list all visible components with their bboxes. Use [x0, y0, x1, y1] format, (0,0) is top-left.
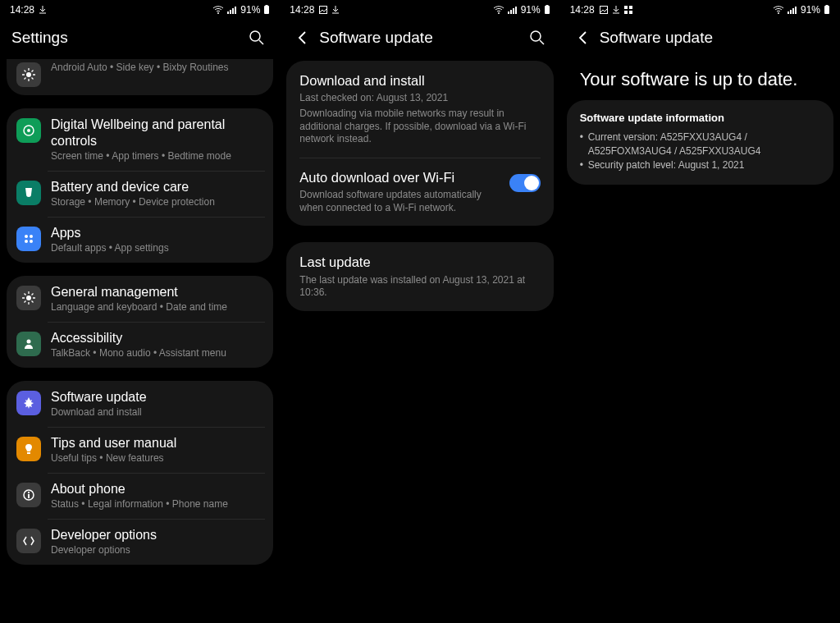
row-subtitle: Downloading via mobile networks may resu… — [299, 108, 540, 146]
status-time: 14:28 — [570, 4, 595, 16]
search-button[interactable] — [245, 26, 268, 49]
settings-row-tips[interactable]: Tips and user manualUseful tips • New fe… — [7, 427, 273, 473]
svg-line-8 — [259, 40, 263, 44]
accessibility-icon — [16, 332, 41, 356]
row-subtitle: Storage • Memory • Device protection — [51, 196, 263, 208]
row-subtitle: Default apps • App settings — [51, 242, 263, 254]
download-and-install-row[interactable]: Download and install Last checked on: Au… — [286, 61, 553, 158]
chevron-left-icon — [295, 30, 310, 45]
auto-download-row[interactable]: Auto download over Wi-Fi Download softwa… — [286, 158, 553, 227]
row-title: About phone — [51, 481, 263, 497]
row-title: Last update — [299, 254, 540, 271]
row-subtitle: Useful tips • New features — [51, 452, 263, 465]
status-battery-pct: 91% — [801, 4, 820, 16]
row-subtitle: TalkBack • Mono audio • Assistant menu — [51, 347, 263, 360]
grid-indicator-icon — [624, 6, 632, 14]
search-icon — [529, 30, 546, 46]
svg-point-30 — [531, 31, 541, 41]
svg-point-15 — [30, 240, 33, 243]
tips-icon — [16, 437, 41, 461]
row-title: Accessibility — [51, 330, 263, 346]
svg-rect-34 — [629, 6, 632, 9]
software-update-icon — [16, 391, 41, 415]
settings-row-developer-options[interactable]: Developer optionsDeveloper options — [7, 519, 273, 565]
settings-group: Digital Wellbeing and parental controlsS… — [7, 108, 273, 263]
search-button[interactable] — [526, 26, 549, 49]
status-battery-pct: 91% — [240, 4, 260, 16]
svg-rect-6 — [266, 5, 268, 7]
row-subtitle: Android Auto • Side key • Bixby Routines — [51, 62, 263, 74]
image-indicator-icon — [319, 6, 327, 14]
settings-group: Advanced featuresAndroid Auto • Side key… — [7, 59, 273, 95]
settings-row-digital-wellbeing[interactable]: Digital Wellbeing and parental controlsS… — [7, 108, 273, 171]
settings-row-about-phone[interactable]: About phoneStatus • Legal information • … — [7, 473, 273, 519]
software-update-header: Software update — [280, 20, 559, 56]
status-bar: 14:28 91% — [280, 0, 559, 20]
row-subtitle: Status • Legal information • Phone name — [51, 498, 263, 511]
svg-point-23 — [498, 12, 500, 14]
signal-icon — [508, 6, 518, 14]
svg-rect-2 — [230, 10, 231, 14]
row-subtitle: Developer options — [51, 544, 263, 557]
row-title: Digital Wellbeing and parental controls — [51, 117, 263, 149]
svg-rect-29 — [546, 5, 548, 7]
info-card-title: Software update information — [580, 112, 820, 124]
status-time: 14:28 — [10, 4, 34, 16]
svg-point-12 — [25, 235, 28, 238]
status-bar: 14:28 91% — [0, 0, 280, 20]
developer-options-icon — [16, 529, 41, 553]
search-icon — [249, 30, 265, 46]
row-title: Tips and user manual — [51, 435, 263, 451]
svg-rect-20 — [28, 494, 30, 498]
back-button[interactable] — [572, 26, 595, 49]
apps-icon — [16, 227, 41, 251]
status-battery-pct: 91% — [521, 4, 541, 16]
svg-rect-3 — [232, 8, 234, 14]
settings-row-accessibility[interactable]: AccessibilityTalkBack • Mono audio • Ass… — [7, 322, 273, 368]
row-title: Auto download over Wi-Fi — [299, 169, 500, 186]
svg-line-31 — [540, 40, 544, 44]
pane-software-update-list: 14:28 91% Software update Download and i — [280, 0, 559, 623]
settings-row-general-management[interactable]: General managementLanguage and keyboard … — [7, 276, 273, 322]
settings-row-battery-care[interactable]: Battery and device careStorage • Memory … — [7, 171, 273, 217]
page-title: Software update — [600, 29, 713, 47]
row-title: General management — [51, 284, 263, 300]
row-title: Battery and device care — [51, 179, 263, 195]
battery-icon — [544, 5, 550, 15]
settings-row-software-update[interactable]: Software updateDownload and install — [7, 381, 273, 427]
row-subtitle: Language and keyboard • Date and time — [51, 301, 263, 314]
software-update-header: Software update — [560, 20, 840, 56]
row-subtitle: Last checked on: August 13, 2021 — [299, 92, 540, 105]
status-bar: 14:28 91% — [560, 0, 840, 20]
svg-point-11 — [27, 129, 30, 132]
svg-rect-41 — [795, 7, 797, 14]
wifi-icon — [773, 6, 784, 14]
settings-list[interactable]: Advanced featuresAndroid Auto • Side key… — [0, 56, 280, 623]
settings-row-advanced-features[interactable]: Advanced featuresAndroid Auto • Side key… — [7, 59, 273, 95]
wifi-icon — [493, 6, 504, 14]
battery-icon — [263, 5, 270, 15]
svg-rect-38 — [788, 11, 789, 14]
svg-rect-33 — [624, 6, 628, 9]
info-line-version: Current version: A525FXXU3AUG4 / A525FOX… — [580, 131, 820, 158]
svg-rect-35 — [624, 11, 628, 14]
svg-rect-40 — [792, 8, 794, 14]
svg-rect-36 — [629, 11, 632, 14]
svg-rect-27 — [515, 7, 517, 14]
svg-point-13 — [30, 235, 33, 238]
info-line-patch: Security patch level: August 1, 2021 — [580, 158, 820, 172]
wifi-icon — [212, 6, 224, 14]
settings-header: Settings — [0, 20, 280, 56]
image-indicator-icon — [600, 6, 608, 14]
back-button[interactable] — [291, 26, 314, 49]
svg-point-16 — [26, 295, 31, 300]
last-update-row[interactable]: Last update The last update was installe… — [286, 242, 553, 311]
auto-download-toggle[interactable] — [509, 174, 541, 192]
update-status-content: Your software is up to date. Software up… — [560, 56, 840, 623]
svg-rect-39 — [790, 10, 792, 14]
update-info-card: Software update information Current vers… — [567, 100, 833, 185]
settings-row-apps[interactable]: AppsDefault apps • App settings — [7, 217, 273, 263]
svg-rect-42 — [824, 6, 829, 14]
page-title: Settings — [11, 29, 68, 47]
svg-rect-26 — [513, 8, 514, 14]
